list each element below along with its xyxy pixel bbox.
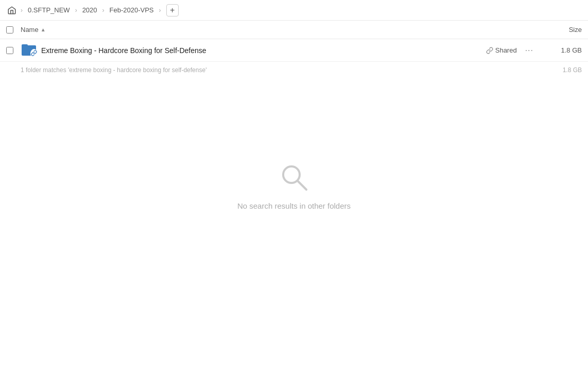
link-icon — [486, 47, 493, 54]
folder-icon-wrapper — [22, 43, 36, 58]
link-icon-badge — [30, 49, 38, 58]
search-summary-text: 1 folder matches 'extreme boxing - hardc… — [21, 66, 206, 74]
row-checkbox[interactable] — [6, 47, 13, 54]
shared-status: Shared — [486, 46, 517, 54]
search-empty-icon — [278, 161, 310, 194]
empty-state-text: No search results in other folders — [237, 201, 351, 210]
breadcrumb-item-1[interactable]: 2020 — [80, 5, 99, 15]
shared-label-text: Shared — [495, 46, 517, 54]
file-size-value: 1.8 GB — [541, 46, 582, 54]
row-checkbox-container[interactable] — [6, 47, 21, 54]
more-options-button[interactable]: ··· — [522, 45, 537, 56]
search-summary-row: 1 folder matches 'extreme boxing - hardc… — [0, 62, 588, 78]
file-name-label: Extreme Boxing - Hardcore Boxing for Sel… — [41, 46, 486, 55]
column-header-row: Name ▲ Size — [0, 21, 588, 39]
name-column-header[interactable]: Name ▲ — [21, 26, 541, 33]
breadcrumb-item-2[interactable]: Feb-2020-VPS — [108, 5, 156, 15]
empty-state-container: No search results in other folders — [0, 161, 588, 210]
search-summary-size: 1.8 GB — [541, 66, 582, 74]
breadcrumb-sep-4: › — [159, 7, 161, 14]
select-all-checkbox[interactable] — [6, 26, 13, 33]
name-column-label: Name — [21, 26, 39, 33]
add-breadcrumb-button[interactable]: + — [166, 4, 179, 16]
empty-search-icon — [278, 161, 310, 195]
sort-arrow-icon: ▲ — [41, 27, 46, 32]
home-button[interactable] — [6, 5, 18, 16]
file-list-row[interactable]: Extreme Boxing - Hardcore Boxing for Sel… — [0, 39, 588, 62]
breadcrumb-item-0[interactable]: 0.SFTP_NEW — [26, 5, 72, 15]
file-action-buttons: Shared ··· — [486, 45, 537, 56]
breadcrumb-sep-3: › — [102, 7, 105, 14]
select-all-checkbox-container[interactable] — [6, 26, 21, 33]
breadcrumb-sep-2: › — [75, 7, 77, 14]
breadcrumb-sep-1: › — [21, 7, 23, 14]
size-column-header[interactable]: Size — [541, 26, 582, 33]
folder-icon-container — [21, 42, 37, 59]
breadcrumb-bar: › 0.SFTP_NEW › 2020 › Feb-2020-VPS › + — [0, 0, 588, 21]
svg-rect-1 — [22, 44, 28, 47]
svg-line-3 — [298, 181, 306, 190]
